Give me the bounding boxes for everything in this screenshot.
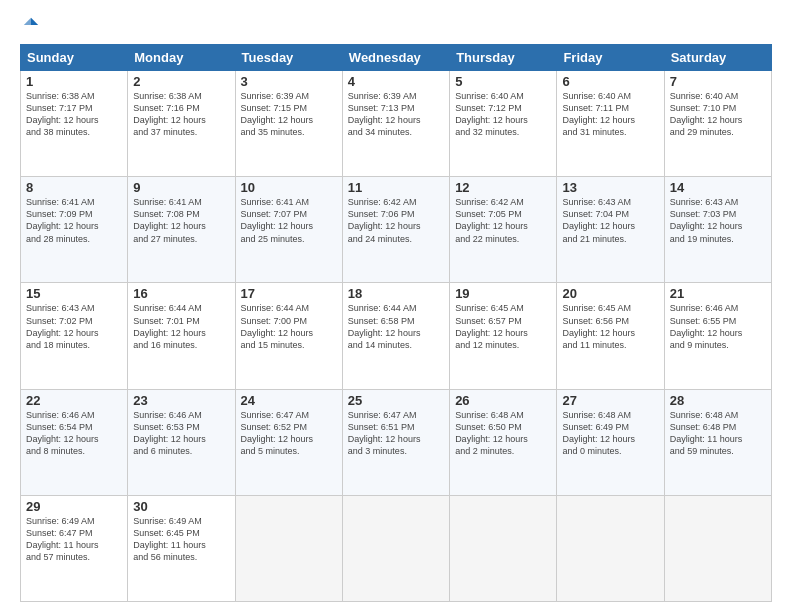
calendar-cell: 16Sunrise: 6:44 AMSunset: 7:01 PMDayligh… — [128, 283, 235, 389]
week-row-3: 15Sunrise: 6:43 AMSunset: 7:02 PMDayligh… — [21, 283, 772, 389]
calendar-cell: 19Sunrise: 6:45 AMSunset: 6:57 PMDayligh… — [450, 283, 557, 389]
day-info: Sunrise: 6:48 AMSunset: 6:48 PMDaylight:… — [670, 410, 743, 456]
calendar-cell: 28Sunrise: 6:48 AMSunset: 6:48 PMDayligh… — [664, 389, 771, 495]
day-info: Sunrise: 6:48 AMSunset: 6:50 PMDaylight:… — [455, 410, 528, 456]
day-number: 13 — [562, 180, 658, 195]
day-info: Sunrise: 6:38 AMSunset: 7:16 PMDaylight:… — [133, 91, 206, 137]
day-info: Sunrise: 6:49 AMSunset: 6:47 PMDaylight:… — [26, 516, 99, 562]
day-number: 3 — [241, 74, 337, 89]
calendar-cell: 4Sunrise: 6:39 AMSunset: 7:13 PMDaylight… — [342, 71, 449, 177]
day-info: Sunrise: 6:43 AMSunset: 7:04 PMDaylight:… — [562, 197, 635, 243]
calendar-cell: 29Sunrise: 6:49 AMSunset: 6:47 PMDayligh… — [21, 495, 128, 601]
day-number: 4 — [348, 74, 444, 89]
day-info: Sunrise: 6:41 AMSunset: 7:09 PMDaylight:… — [26, 197, 99, 243]
day-number: 2 — [133, 74, 229, 89]
day-info: Sunrise: 6:43 AMSunset: 7:02 PMDaylight:… — [26, 303, 99, 349]
calendar-cell: 2Sunrise: 6:38 AMSunset: 7:16 PMDaylight… — [128, 71, 235, 177]
svg-marker-1 — [24, 18, 31, 25]
day-info: Sunrise: 6:49 AMSunset: 6:45 PMDaylight:… — [133, 516, 206, 562]
header — [20, 16, 772, 34]
day-number: 18 — [348, 286, 444, 301]
day-number: 22 — [26, 393, 122, 408]
day-number: 5 — [455, 74, 551, 89]
day-number: 11 — [348, 180, 444, 195]
calendar-table: SundayMondayTuesdayWednesdayThursdayFrid… — [20, 44, 772, 602]
calendar-cell — [664, 495, 771, 601]
calendar-cell: 1Sunrise: 6:38 AMSunset: 7:17 PMDaylight… — [21, 71, 128, 177]
day-info: Sunrise: 6:45 AMSunset: 6:56 PMDaylight:… — [562, 303, 635, 349]
day-info: Sunrise: 6:46 AMSunset: 6:54 PMDaylight:… — [26, 410, 99, 456]
day-number: 12 — [455, 180, 551, 195]
day-info: Sunrise: 6:39 AMSunset: 7:13 PMDaylight:… — [348, 91, 421, 137]
weekday-header-tuesday: Tuesday — [235, 45, 342, 71]
day-info: Sunrise: 6:41 AMSunset: 7:07 PMDaylight:… — [241, 197, 314, 243]
day-info: Sunrise: 6:44 AMSunset: 7:01 PMDaylight:… — [133, 303, 206, 349]
day-number: 20 — [562, 286, 658, 301]
day-info: Sunrise: 6:43 AMSunset: 7:03 PMDaylight:… — [670, 197, 743, 243]
day-info: Sunrise: 6:40 AMSunset: 7:10 PMDaylight:… — [670, 91, 743, 137]
logo — [20, 16, 40, 34]
day-number: 29 — [26, 499, 122, 514]
calendar-cell: 5Sunrise: 6:40 AMSunset: 7:12 PMDaylight… — [450, 71, 557, 177]
day-info: Sunrise: 6:46 AMSunset: 6:53 PMDaylight:… — [133, 410, 206, 456]
calendar-cell — [450, 495, 557, 601]
calendar-cell: 24Sunrise: 6:47 AMSunset: 6:52 PMDayligh… — [235, 389, 342, 495]
calendar-cell: 15Sunrise: 6:43 AMSunset: 7:02 PMDayligh… — [21, 283, 128, 389]
calendar-cell: 6Sunrise: 6:40 AMSunset: 7:11 PMDaylight… — [557, 71, 664, 177]
page: SundayMondayTuesdayWednesdayThursdayFrid… — [0, 0, 792, 612]
calendar-cell: 23Sunrise: 6:46 AMSunset: 6:53 PMDayligh… — [128, 389, 235, 495]
week-row-4: 22Sunrise: 6:46 AMSunset: 6:54 PMDayligh… — [21, 389, 772, 495]
calendar-cell: 21Sunrise: 6:46 AMSunset: 6:55 PMDayligh… — [664, 283, 771, 389]
calendar-cell — [342, 495, 449, 601]
weekday-header-thursday: Thursday — [450, 45, 557, 71]
day-info: Sunrise: 6:44 AMSunset: 7:00 PMDaylight:… — [241, 303, 314, 349]
calendar-cell: 13Sunrise: 6:43 AMSunset: 7:04 PMDayligh… — [557, 177, 664, 283]
day-number: 15 — [26, 286, 122, 301]
weekday-header-row: SundayMondayTuesdayWednesdayThursdayFrid… — [21, 45, 772, 71]
day-number: 17 — [241, 286, 337, 301]
weekday-header-wednesday: Wednesday — [342, 45, 449, 71]
calendar-cell: 7Sunrise: 6:40 AMSunset: 7:10 PMDaylight… — [664, 71, 771, 177]
day-info: Sunrise: 6:47 AMSunset: 6:52 PMDaylight:… — [241, 410, 314, 456]
calendar-cell: 22Sunrise: 6:46 AMSunset: 6:54 PMDayligh… — [21, 389, 128, 495]
day-info: Sunrise: 6:41 AMSunset: 7:08 PMDaylight:… — [133, 197, 206, 243]
logo-flag-icon — [22, 16, 40, 34]
calendar-cell: 3Sunrise: 6:39 AMSunset: 7:15 PMDaylight… — [235, 71, 342, 177]
calendar-cell: 8Sunrise: 6:41 AMSunset: 7:09 PMDaylight… — [21, 177, 128, 283]
day-number: 14 — [670, 180, 766, 195]
weekday-header-monday: Monday — [128, 45, 235, 71]
calendar-cell: 30Sunrise: 6:49 AMSunset: 6:45 PMDayligh… — [128, 495, 235, 601]
day-number: 8 — [26, 180, 122, 195]
weekday-header-friday: Friday — [557, 45, 664, 71]
day-number: 16 — [133, 286, 229, 301]
calendar-cell: 26Sunrise: 6:48 AMSunset: 6:50 PMDayligh… — [450, 389, 557, 495]
calendar-cell: 12Sunrise: 6:42 AMSunset: 7:05 PMDayligh… — [450, 177, 557, 283]
week-row-2: 8Sunrise: 6:41 AMSunset: 7:09 PMDaylight… — [21, 177, 772, 283]
day-info: Sunrise: 6:40 AMSunset: 7:11 PMDaylight:… — [562, 91, 635, 137]
calendar-cell: 9Sunrise: 6:41 AMSunset: 7:08 PMDaylight… — [128, 177, 235, 283]
day-info: Sunrise: 6:38 AMSunset: 7:17 PMDaylight:… — [26, 91, 99, 137]
calendar-cell — [235, 495, 342, 601]
day-number: 6 — [562, 74, 658, 89]
week-row-5: 29Sunrise: 6:49 AMSunset: 6:47 PMDayligh… — [21, 495, 772, 601]
calendar-cell: 11Sunrise: 6:42 AMSunset: 7:06 PMDayligh… — [342, 177, 449, 283]
calendar-cell — [557, 495, 664, 601]
day-number: 23 — [133, 393, 229, 408]
weekday-header-sunday: Sunday — [21, 45, 128, 71]
calendar-cell: 18Sunrise: 6:44 AMSunset: 6:58 PMDayligh… — [342, 283, 449, 389]
day-info: Sunrise: 6:44 AMSunset: 6:58 PMDaylight:… — [348, 303, 421, 349]
day-info: Sunrise: 6:39 AMSunset: 7:15 PMDaylight:… — [241, 91, 314, 137]
day-number: 19 — [455, 286, 551, 301]
day-number: 28 — [670, 393, 766, 408]
day-number: 25 — [348, 393, 444, 408]
day-number: 1 — [26, 74, 122, 89]
calendar-cell: 27Sunrise: 6:48 AMSunset: 6:49 PMDayligh… — [557, 389, 664, 495]
day-number: 9 — [133, 180, 229, 195]
day-number: 10 — [241, 180, 337, 195]
calendar-cell: 10Sunrise: 6:41 AMSunset: 7:07 PMDayligh… — [235, 177, 342, 283]
day-number: 26 — [455, 393, 551, 408]
calendar-cell: 20Sunrise: 6:45 AMSunset: 6:56 PMDayligh… — [557, 283, 664, 389]
day-number: 30 — [133, 499, 229, 514]
calendar-cell: 25Sunrise: 6:47 AMSunset: 6:51 PMDayligh… — [342, 389, 449, 495]
day-number: 27 — [562, 393, 658, 408]
